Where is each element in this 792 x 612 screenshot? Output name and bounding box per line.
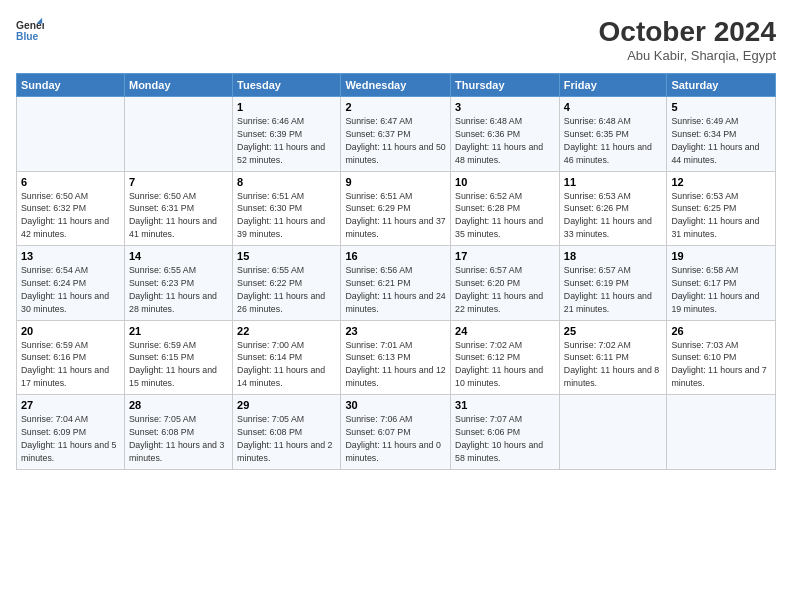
calendar-cell [17,97,125,172]
calendar-cell: 12Sunrise: 6:53 AMSunset: 6:25 PMDayligh… [667,171,776,246]
day-info: Sunrise: 7:00 AMSunset: 6:14 PMDaylight:… [237,340,325,389]
day-info: Sunrise: 7:02 AMSunset: 6:12 PMDaylight:… [455,340,543,389]
day-info: Sunrise: 6:57 AMSunset: 6:20 PMDaylight:… [455,265,543,314]
day-info: Sunrise: 6:51 AMSunset: 6:30 PMDaylight:… [237,191,325,240]
calendar-cell: 1Sunrise: 6:46 AMSunset: 6:39 PMDaylight… [233,97,341,172]
day-info: Sunrise: 7:02 AMSunset: 6:11 PMDaylight:… [564,340,659,389]
calendar-cell: 4Sunrise: 6:48 AMSunset: 6:35 PMDaylight… [559,97,667,172]
calendar-week-1: 1Sunrise: 6:46 AMSunset: 6:39 PMDaylight… [17,97,776,172]
day-info: Sunrise: 6:49 AMSunset: 6:34 PMDaylight:… [671,116,759,165]
day-info: Sunrise: 7:04 AMSunset: 6:09 PMDaylight:… [21,414,116,463]
day-info: Sunrise: 6:50 AMSunset: 6:31 PMDaylight:… [129,191,217,240]
calendar-week-3: 13Sunrise: 6:54 AMSunset: 6:24 PMDayligh… [17,246,776,321]
month-title: October 2024 [599,16,776,48]
calendar-cell: 11Sunrise: 6:53 AMSunset: 6:26 PMDayligh… [559,171,667,246]
day-info: Sunrise: 6:59 AMSunset: 6:16 PMDaylight:… [21,340,109,389]
calendar-cell: 3Sunrise: 6:48 AMSunset: 6:36 PMDaylight… [451,97,560,172]
col-saturday: Saturday [667,74,776,97]
calendar-cell [124,97,232,172]
day-number: 27 [21,399,120,411]
day-number: 24 [455,325,555,337]
logo-icon: General Blue [16,16,44,44]
day-info: Sunrise: 6:51 AMSunset: 6:29 PMDaylight:… [345,191,445,240]
col-thursday: Thursday [451,74,560,97]
day-number: 31 [455,399,555,411]
day-number: 18 [564,250,663,262]
day-number: 23 [345,325,446,337]
calendar-cell: 18Sunrise: 6:57 AMSunset: 6:19 PMDayligh… [559,246,667,321]
calendar-cell: 16Sunrise: 6:56 AMSunset: 6:21 PMDayligh… [341,246,451,321]
day-number: 28 [129,399,228,411]
calendar-cell: 31Sunrise: 7:07 AMSunset: 6:06 PMDayligh… [451,395,560,470]
day-number: 21 [129,325,228,337]
day-info: Sunrise: 6:47 AMSunset: 6:37 PMDaylight:… [345,116,445,165]
calendar-cell: 15Sunrise: 6:55 AMSunset: 6:22 PMDayligh… [233,246,341,321]
day-info: Sunrise: 6:52 AMSunset: 6:28 PMDaylight:… [455,191,543,240]
day-info: Sunrise: 6:48 AMSunset: 6:35 PMDaylight:… [564,116,652,165]
day-info: Sunrise: 6:53 AMSunset: 6:25 PMDaylight:… [671,191,759,240]
calendar-cell: 6Sunrise: 6:50 AMSunset: 6:32 PMDaylight… [17,171,125,246]
day-info: Sunrise: 7:05 AMSunset: 6:08 PMDaylight:… [129,414,224,463]
calendar-cell: 26Sunrise: 7:03 AMSunset: 6:10 PMDayligh… [667,320,776,395]
calendar-week-4: 20Sunrise: 6:59 AMSunset: 6:16 PMDayligh… [17,320,776,395]
calendar-week-5: 27Sunrise: 7:04 AMSunset: 6:09 PMDayligh… [17,395,776,470]
calendar-cell: 9Sunrise: 6:51 AMSunset: 6:29 PMDaylight… [341,171,451,246]
day-info: Sunrise: 7:05 AMSunset: 6:08 PMDaylight:… [237,414,332,463]
day-info: Sunrise: 7:07 AMSunset: 6:06 PMDaylight:… [455,414,543,463]
calendar-cell: 23Sunrise: 7:01 AMSunset: 6:13 PMDayligh… [341,320,451,395]
calendar-cell: 7Sunrise: 6:50 AMSunset: 6:31 PMDaylight… [124,171,232,246]
logo: General Blue [16,16,44,44]
calendar-cell: 30Sunrise: 7:06 AMSunset: 6:07 PMDayligh… [341,395,451,470]
col-wednesday: Wednesday [341,74,451,97]
day-info: Sunrise: 6:55 AMSunset: 6:23 PMDaylight:… [129,265,217,314]
day-number: 16 [345,250,446,262]
day-number: 3 [455,101,555,113]
calendar-cell: 25Sunrise: 7:02 AMSunset: 6:11 PMDayligh… [559,320,667,395]
day-info: Sunrise: 6:46 AMSunset: 6:39 PMDaylight:… [237,116,325,165]
day-info: Sunrise: 7:06 AMSunset: 6:07 PMDaylight:… [345,414,440,463]
day-number: 30 [345,399,446,411]
day-number: 20 [21,325,120,337]
day-number: 17 [455,250,555,262]
calendar-cell [667,395,776,470]
day-number: 5 [671,101,771,113]
calendar-cell: 21Sunrise: 6:59 AMSunset: 6:15 PMDayligh… [124,320,232,395]
calendar-cell: 10Sunrise: 6:52 AMSunset: 6:28 PMDayligh… [451,171,560,246]
day-number: 6 [21,176,120,188]
calendar-cell: 14Sunrise: 6:55 AMSunset: 6:23 PMDayligh… [124,246,232,321]
day-info: Sunrise: 7:01 AMSunset: 6:13 PMDaylight:… [345,340,445,389]
day-number: 14 [129,250,228,262]
col-sunday: Sunday [17,74,125,97]
calendar-cell: 19Sunrise: 6:58 AMSunset: 6:17 PMDayligh… [667,246,776,321]
day-info: Sunrise: 6:55 AMSunset: 6:22 PMDaylight:… [237,265,325,314]
calendar-cell: 22Sunrise: 7:00 AMSunset: 6:14 PMDayligh… [233,320,341,395]
calendar-cell: 27Sunrise: 7:04 AMSunset: 6:09 PMDayligh… [17,395,125,470]
title-section: October 2024 Abu Kabir, Sharqia, Egypt [599,16,776,63]
day-number: 4 [564,101,663,113]
day-info: Sunrise: 6:53 AMSunset: 6:26 PMDaylight:… [564,191,652,240]
calendar-table: Sunday Monday Tuesday Wednesday Thursday… [16,73,776,470]
day-number: 1 [237,101,336,113]
calendar-cell: 28Sunrise: 7:05 AMSunset: 6:08 PMDayligh… [124,395,232,470]
col-monday: Monday [124,74,232,97]
day-number: 15 [237,250,336,262]
calendar-cell: 20Sunrise: 6:59 AMSunset: 6:16 PMDayligh… [17,320,125,395]
day-number: 13 [21,250,120,262]
calendar-cell: 13Sunrise: 6:54 AMSunset: 6:24 PMDayligh… [17,246,125,321]
day-number: 11 [564,176,663,188]
day-number: 2 [345,101,446,113]
day-number: 9 [345,176,446,188]
day-info: Sunrise: 6:57 AMSunset: 6:19 PMDaylight:… [564,265,652,314]
day-number: 8 [237,176,336,188]
day-info: Sunrise: 6:58 AMSunset: 6:17 PMDaylight:… [671,265,759,314]
calendar-cell: 8Sunrise: 6:51 AMSunset: 6:30 PMDaylight… [233,171,341,246]
day-info: Sunrise: 6:56 AMSunset: 6:21 PMDaylight:… [345,265,445,314]
day-info: Sunrise: 6:48 AMSunset: 6:36 PMDaylight:… [455,116,543,165]
col-friday: Friday [559,74,667,97]
calendar-cell: 29Sunrise: 7:05 AMSunset: 6:08 PMDayligh… [233,395,341,470]
day-number: 10 [455,176,555,188]
calendar-cell: 2Sunrise: 6:47 AMSunset: 6:37 PMDaylight… [341,97,451,172]
day-number: 7 [129,176,228,188]
calendar-cell: 5Sunrise: 6:49 AMSunset: 6:34 PMDaylight… [667,97,776,172]
location: Abu Kabir, Sharqia, Egypt [599,48,776,63]
